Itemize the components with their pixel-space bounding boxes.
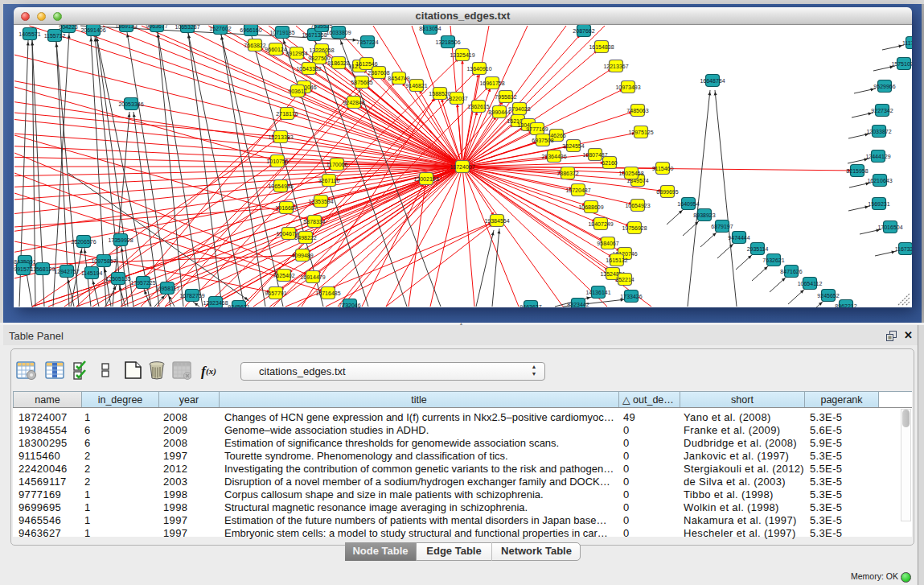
svg-text:8323442: 8323442	[567, 302, 589, 307]
svg-text:10654935: 10654935	[268, 183, 293, 189]
svg-text:7732046: 7732046	[339, 303, 360, 308]
svg-text:62160: 62160	[602, 160, 618, 166]
svg-text:8912954: 8912954	[285, 51, 307, 56]
svg-text:16671358: 16671358	[302, 32, 326, 38]
svg-text:10653287: 10653287	[175, 25, 199, 30]
svg-text:904223: 904223	[59, 25, 77, 30]
svg-text:8471626: 8471626	[780, 269, 802, 274]
svg-text:10025458: 10025458	[618, 171, 643, 176]
svg-text:10543382: 10543382	[296, 66, 321, 72]
svg-text:10688609: 10688609	[578, 204, 603, 210]
svg-text:6879197: 6879197	[711, 224, 733, 229]
svg-text:18407249: 18407249	[588, 221, 613, 227]
svg-text:1155712: 1155712	[44, 33, 66, 39]
svg-text:10654923: 10654923	[625, 203, 650, 208]
svg-text:12505135: 12505135	[105, 276, 130, 282]
svg-text:6899695: 6899695	[656, 189, 678, 195]
svg-text:5875685: 5875685	[351, 80, 372, 85]
svg-text:7535525: 7535525	[310, 25, 332, 29]
svg-text:10958117: 10958117	[155, 286, 180, 291]
svg-text:16033809: 16033809	[326, 30, 351, 35]
svg-text:8962212: 8962212	[835, 303, 856, 308]
svg-text:1117295: 1117295	[902, 40, 912, 46]
svg-text:13640910: 13640910	[466, 66, 491, 72]
svg-text:8938923: 8938923	[693, 212, 715, 218]
svg-text:12353594: 12353594	[308, 199, 333, 204]
svg-text:9777169: 9777169	[526, 126, 548, 132]
svg-text:7485063: 7485063	[626, 108, 648, 113]
svg-text:8990444: 8990444	[488, 109, 510, 115]
svg-text:8813054: 8813054	[419, 26, 441, 31]
svg-text:19384554: 19384554	[484, 218, 509, 224]
svg-text:1615132: 1615132	[606, 257, 627, 263]
svg-text:15720487: 15720487	[565, 187, 590, 193]
svg-text:7955812: 7955812	[495, 94, 516, 100]
svg-text:10719185: 10719185	[269, 30, 294, 35]
svg-text:12213383: 12213383	[268, 134, 293, 140]
svg-text:8215958: 8215958	[846, 168, 868, 174]
svg-text:1916687: 1916687	[275, 205, 297, 211]
svg-text:2718176: 2718176	[276, 111, 298, 117]
svg-text:16210643: 16210643	[867, 178, 892, 183]
svg-text:9794028: 9794028	[508, 106, 530, 112]
svg-text:15751074: 15751074	[891, 61, 912, 67]
svg-text:7386372: 7386372	[556, 171, 578, 176]
svg-text:1145194: 1145194	[81, 270, 103, 276]
svg-text:9063677: 9063677	[146, 25, 167, 29]
svg-text:903617: 903617	[288, 89, 306, 94]
svg-text:26206576: 26206576	[71, 239, 96, 245]
svg-text:17359928: 17359928	[108, 237, 133, 243]
svg-text:11568129: 11568129	[31, 266, 55, 272]
svg-text:1527602: 1527602	[209, 26, 231, 31]
svg-text:17957225: 17957225	[130, 280, 155, 286]
svg-text:1733426: 1733426	[620, 294, 642, 299]
svg-text:5878334: 5878334	[303, 219, 325, 225]
svg-text:17016504: 17016504	[877, 225, 902, 230]
svg-text:6937508: 6937508	[532, 138, 553, 143]
svg-text:19756928: 19756928	[622, 225, 647, 231]
svg-text:12033872: 12033872	[866, 129, 891, 134]
svg-text:9115460: 9115460	[652, 166, 674, 171]
svg-text:15716485: 15716485	[315, 290, 340, 296]
svg-text:9529966: 9529966	[873, 84, 895, 89]
svg-text:9146821: 9146821	[405, 83, 427, 89]
svg-text:12923468: 12923468	[203, 300, 228, 306]
svg-text:9463627: 9463627	[519, 304, 541, 308]
svg-text:7632621: 7632621	[762, 257, 784, 263]
svg-text:1170066: 1170066	[326, 162, 348, 167]
svg-text:10973493: 10973493	[615, 84, 640, 90]
svg-text:16648784: 16648784	[700, 78, 725, 84]
svg-text:13002193: 13002193	[413, 176, 438, 182]
svg-text:12213367: 12213367	[603, 64, 628, 69]
svg-text:5498222: 5498222	[294, 235, 316, 241]
svg-text:3824554: 3824554	[562, 143, 584, 149]
svg-text:9474444: 9474444	[728, 235, 749, 241]
svg-text:252214: 252214	[615, 277, 634, 282]
svg-text:14136141: 14136141	[585, 290, 610, 295]
svg-text:9657791: 9657791	[265, 290, 286, 296]
svg-text:9245621: 9245621	[228, 304, 249, 308]
svg-text:1405571: 1405571	[18, 31, 40, 37]
svg-text:9660124: 9660124	[265, 47, 286, 52]
svg-text:(x): (x)	[206, 366, 216, 377]
svg-text:18724007: 18724007	[450, 164, 474, 170]
svg-text:1010755: 1010755	[266, 159, 288, 164]
svg-text:3267110: 3267110	[318, 178, 340, 183]
svg-text:12975125: 12975125	[628, 130, 653, 135]
svg-text:9227342: 9227342	[871, 108, 893, 113]
svg-text:12444129: 12444129	[865, 154, 890, 159]
svg-text:20691406: 20691406	[80, 27, 105, 33]
svg-text:6966160: 6966160	[240, 27, 261, 33]
svg-text:4099489: 4099489	[291, 253, 313, 258]
svg-text:10975857: 10975857	[91, 258, 116, 264]
svg-text:7625402: 7625402	[273, 273, 294, 278]
svg-text:2087662: 2087662	[573, 28, 594, 34]
svg-text:1322037: 1322037	[446, 96, 467, 101]
svg-text:7663822: 7663822	[244, 43, 265, 48]
svg-text:16961758: 16961758	[479, 80, 504, 86]
svg-text:13218506: 13218506	[435, 39, 460, 45]
svg-text:8186328: 8186328	[327, 60, 349, 66]
svg-text:16154838: 16154838	[589, 44, 614, 50]
svg-text:10654112: 10654112	[798, 281, 823, 286]
svg-text:7357224: 7357224	[356, 39, 378, 45]
